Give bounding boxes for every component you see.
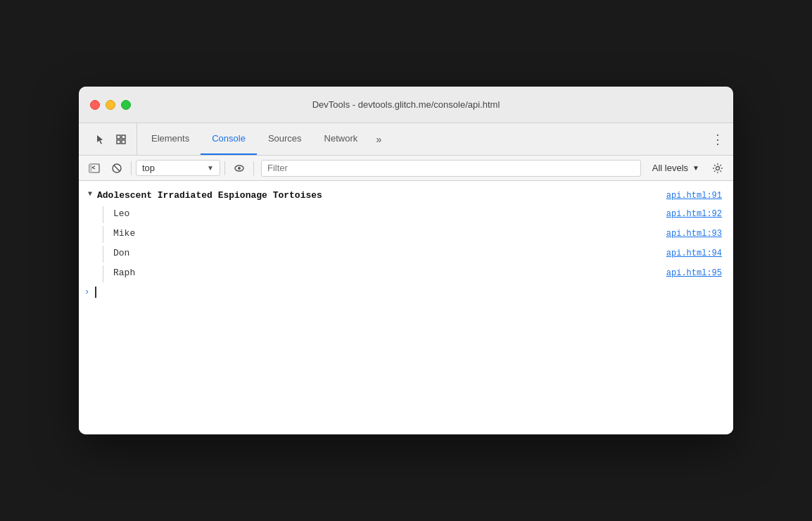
traffic-lights bbox=[90, 100, 131, 110]
console-toolbar: top ▼ All levels ▼ bbox=[79, 156, 733, 181]
log-group-header[interactable]: ▼ Adolescent Irradiated Espionage Tortoi… bbox=[79, 187, 733, 205]
log-text-leo: Leo bbox=[113, 206, 666, 222]
group-line bbox=[103, 206, 103, 223]
svg-rect-3 bbox=[122, 140, 125, 144]
inspect-icon[interactable] bbox=[111, 130, 131, 149]
link-leo[interactable]: api.html:92 bbox=[666, 206, 728, 222]
prompt-row[interactable]: › bbox=[79, 284, 733, 301]
svg-point-12 bbox=[716, 166, 720, 170]
list-item: Leo api.html:92 bbox=[79, 205, 733, 225]
context-dropdown-arrow: ▼ bbox=[207, 164, 214, 172]
group-line bbox=[103, 246, 103, 263]
tab-network[interactable]: Network bbox=[313, 123, 369, 155]
group-line bbox=[103, 226, 103, 243]
log-text-mike: Mike bbox=[113, 226, 666, 241]
svg-point-11 bbox=[238, 167, 241, 170]
settings-button[interactable] bbox=[708, 158, 728, 178]
group-link[interactable]: api.html:91 bbox=[666, 188, 728, 203]
levels-arrow: ▼ bbox=[692, 164, 699, 172]
group-label: Adolescent Irradiated Espionage Tortoise… bbox=[97, 188, 666, 203]
title-bar: DevTools - devtools.glitch.me/console/ap… bbox=[79, 87, 733, 123]
cursor-icon[interactable] bbox=[90, 130, 110, 149]
prompt-chevron[interactable]: › bbox=[84, 287, 89, 297]
tab-sources[interactable]: Sources bbox=[257, 123, 313, 155]
tab-bar: Elements Console Sources Network » ⋮ bbox=[79, 123, 733, 156]
more-tabs-button[interactable]: » bbox=[369, 130, 388, 149]
toolbar-separator-3 bbox=[253, 161, 254, 175]
eye-icon[interactable] bbox=[229, 158, 249, 178]
svg-rect-1 bbox=[122, 135, 125, 139]
maximize-button[interactable] bbox=[121, 100, 131, 110]
prompt-cursor bbox=[95, 287, 96, 298]
svg-rect-2 bbox=[117, 140, 120, 144]
link-raph[interactable]: api.html:95 bbox=[666, 265, 728, 281]
devtools-menu-button[interactable]: ⋮ bbox=[708, 130, 728, 149]
sidebar-toggle-button[interactable] bbox=[84, 158, 104, 178]
list-item: Don api.html:94 bbox=[79, 244, 733, 264]
tab-elements[interactable]: Elements bbox=[140, 123, 201, 155]
tabs-container: Elements Console Sources Network » bbox=[140, 123, 708, 155]
svg-rect-0 bbox=[117, 135, 120, 139]
link-don[interactable]: api.html:94 bbox=[666, 246, 728, 261]
filter-input[interactable] bbox=[261, 160, 641, 177]
expand-icon[interactable]: ▼ bbox=[84, 188, 96, 199]
svg-line-7 bbox=[92, 168, 95, 169]
window-title: DevTools - devtools.glitch.me/console/ap… bbox=[312, 99, 500, 110]
tab-console[interactable]: Console bbox=[201, 123, 257, 155]
toolbar-separator-2 bbox=[224, 161, 225, 175]
tab-icon-group bbox=[84, 123, 137, 155]
clear-console-button[interactable] bbox=[107, 158, 127, 178]
toolbar-separator bbox=[131, 161, 132, 175]
svg-line-9 bbox=[114, 165, 120, 171]
minimize-button[interactable] bbox=[106, 100, 115, 110]
levels-dropdown[interactable]: All levels ▼ bbox=[647, 161, 705, 175]
log-text-don: Don bbox=[113, 246, 666, 261]
context-selector[interactable]: top ▼ bbox=[136, 160, 220, 176]
svg-rect-5 bbox=[89, 164, 92, 172]
list-item: Mike api.html:93 bbox=[79, 225, 733, 244]
log-text-raph: Raph bbox=[113, 265, 666, 281]
devtools-window: DevTools - devtools.glitch.me/console/ap… bbox=[79, 87, 733, 434]
console-content: ▼ Adolescent Irradiated Espionage Tortoi… bbox=[79, 181, 733, 434]
group-line bbox=[103, 265, 103, 282]
link-mike[interactable]: api.html:93 bbox=[666, 226, 728, 241]
list-item: Raph api.html:95 bbox=[79, 264, 733, 284]
close-button[interactable] bbox=[90, 100, 100, 110]
